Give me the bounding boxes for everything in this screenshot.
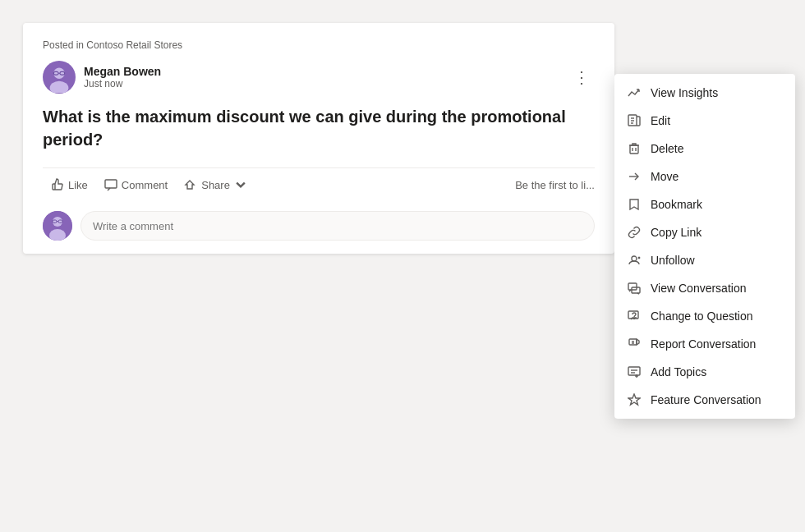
menu-label-edit: Edit [651, 114, 670, 127]
conversation-icon [628, 282, 641, 295]
share-icon [184, 178, 197, 191]
menu-item-view-insights[interactable]: View Insights [614, 79, 795, 107]
menu-item-add-topics[interactable]: Add Topics [614, 358, 795, 386]
edit-icon [628, 114, 641, 127]
svg-rect-6 [105, 180, 117, 188]
menu-item-report-conversation[interactable]: Report Conversation [614, 330, 795, 358]
question-icon [628, 310, 641, 323]
more-dots-icon: ⋮ [573, 67, 591, 87]
posted-in-label: Posted in Contoso Retail Stores [43, 39, 595, 51]
like-label: Like [68, 179, 88, 191]
menu-label-feature-conversation: Feature Conversation [651, 393, 761, 406]
svg-rect-17 [630, 145, 638, 154]
menu-label-unfollow: Unfollow [651, 254, 695, 267]
context-menu: View Insights Edit Delete Move [614, 74, 795, 419]
be-first-text: Be the first to li... [515, 179, 595, 191]
menu-label-copy-link: Copy Link [651, 226, 702, 239]
menu-item-edit[interactable]: Edit [614, 107, 795, 135]
svg-rect-24 [628, 283, 637, 290]
move-icon [628, 170, 641, 183]
menu-label-change-to-question: Change to Question [651, 310, 753, 323]
menu-label-bookmark: Bookmark [651, 198, 702, 211]
svg-point-21 [632, 256, 637, 261]
comment-input[interactable] [80, 211, 595, 241]
menu-item-unfollow[interactable]: Unfollow [614, 246, 795, 274]
commenter-avatar [43, 211, 72, 241]
bookmark-icon [628, 198, 641, 211]
menu-label-view-insights: View Insights [651, 86, 718, 99]
menu-item-change-to-question[interactable]: Change to Question [614, 302, 795, 330]
svg-point-8 [53, 217, 62, 227]
menu-item-feature-conversation[interactable]: Feature Conversation [614, 386, 795, 414]
share-label: Share [201, 179, 230, 191]
menu-item-copy-link[interactable]: Copy Link [614, 218, 795, 246]
unfollow-icon [628, 254, 641, 267]
action-bar: Like Comment Share Be the first to li... [43, 167, 595, 201]
copy-link-icon [628, 226, 641, 239]
author-name: Megan Bowen [84, 65, 161, 78]
post-time: Just now [84, 78, 161, 89]
menu-label-move: Move [651, 170, 678, 183]
menu-item-bookmark[interactable]: Bookmark [614, 190, 795, 218]
topics-icon [628, 365, 641, 378]
author-row: Megan Bowen Just now ⋮ [43, 61, 595, 94]
svg-rect-31 [628, 367, 640, 375]
menu-label-add-topics: Add Topics [651, 365, 706, 378]
like-button[interactable]: Like [43, 173, 96, 196]
comment-label: Comment [122, 179, 168, 191]
menu-label-view-conversation: View Conversation [651, 282, 746, 295]
menu-item-view-conversation[interactable]: View Conversation [614, 274, 795, 302]
feature-icon [628, 393, 641, 406]
menu-item-delete[interactable]: Delete [614, 135, 795, 163]
comment-section [43, 201, 595, 254]
author-info: Megan Bowen Just now [84, 65, 161, 89]
more-options-button[interactable]: ⋮ [568, 64, 595, 90]
post-content: What is the maximum discount we can give… [43, 105, 595, 151]
menu-label-report-conversation: Report Conversation [651, 337, 756, 351]
svg-marker-36 [628, 394, 640, 405]
comment-button[interactable]: Comment [96, 173, 176, 196]
menu-label-delete: Delete [651, 142, 683, 155]
post-card: Posted in Contoso Retail Stores Megan Bo… [23, 23, 614, 254]
menu-item-move[interactable]: Move [614, 163, 795, 190]
svg-point-27 [634, 319, 635, 319]
delete-icon [628, 142, 641, 155]
avatar [43, 61, 76, 94]
report-icon [628, 337, 641, 351]
like-icon [51, 178, 64, 191]
comment-icon [104, 178, 117, 191]
share-button[interactable]: Share [176, 173, 255, 196]
chevron-down-icon [234, 178, 247, 191]
insights-icon [628, 86, 641, 99]
